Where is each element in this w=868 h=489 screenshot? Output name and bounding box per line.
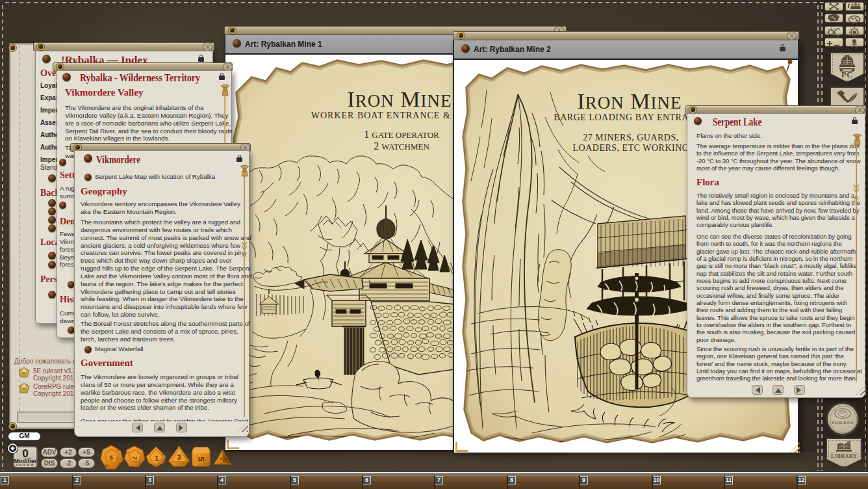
svg-text:2 WATCHMEN: 2 WATCHMEN — [374, 140, 429, 152]
svg-text:LOADERS, ETC WORKING: LOADERS, ETC WORKING — [573, 143, 689, 153]
svg-text:1: 1 — [155, 455, 159, 462]
svg-text:15: 15 — [118, 462, 123, 466]
svg-text:5: 5 — [196, 456, 206, 462]
svg-text:IRON MINE: IRON MINE — [347, 87, 452, 111]
svg-text:1 GATE OPERATOR: 1 GATE OPERATOR — [364, 129, 439, 140]
svg-text:27 MINERS, GUARDS,: 27 MINERS, GUARDS, — [583, 133, 678, 142]
svg-text:BARGE LOADING BAY ENTRANCE: BARGE LOADING BAY ENTRANCE — [554, 112, 708, 122]
svg-text:3: 3 — [177, 453, 181, 461]
svg-text:IRON MINE: IRON MINE — [577, 89, 682, 113]
